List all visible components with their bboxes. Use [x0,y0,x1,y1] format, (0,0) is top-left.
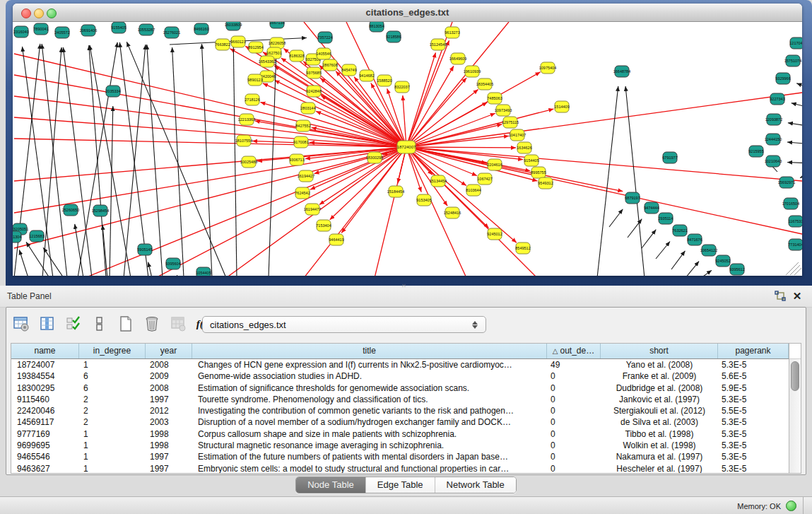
citation-edge-black[interactable] [597,86,618,276]
graph-node[interactable]: 8466160 [194,23,208,35]
graph-node[interactable]: 7663822 [215,39,230,50]
graph-node[interactable]: 1217044 [789,37,802,49]
citation-edge-black[interactable] [19,250,28,276]
graph-node[interactable]: 8186328 [289,50,304,62]
graph-node[interactable]: 12213363 [238,114,255,125]
graph-node[interactable]: 8912954 [248,42,263,53]
citation-edge-red[interactable] [406,40,449,147]
graph-node[interactable]: 12093872 [765,114,782,125]
cell-short[interactable]: Tibbo et al. (1998) [601,428,718,440]
cell-in_degree[interactable]: 6 [79,370,146,382]
column-header-in_degree[interactable]: in_degree [79,344,146,358]
cell-out_de[interactable]: 0 [547,416,601,428]
graph-node[interactable]: 16649609 [449,53,466,64]
graph-node[interactable]: 9153405 [416,194,431,206]
table-row[interactable]: 969969511998Structural magnetic resonanc… [11,440,789,451]
delete-column-icon[interactable] [143,315,161,333]
scrollbar-track[interactable] [789,359,801,473]
citation-edge-black[interactable] [609,209,623,227]
show-column-icon[interactable] [38,315,57,333]
graph-node[interactable]: 9227343 [770,93,784,105]
graph-node[interactable]: 8103644 [466,185,481,196]
citation-edge-black[interactable] [78,42,117,276]
graph-node[interactable]: 8471676 [687,234,702,245]
cell-pagerank[interactable]: 5.3E-5 [718,359,789,370]
delete-table-icon[interactable] [169,315,187,333]
graph-node[interactable]: 6791977 [662,152,677,163]
graph-node[interactable]: 7632621 [672,225,687,236]
graph-node[interactable]: 18300295 [366,152,383,163]
cell-name[interactable]: 18724007 [11,359,79,370]
citation-edge-black[interactable] [796,83,802,89]
graph-node[interactable]: 1054405 [196,267,211,276]
citation-edge-black[interactable] [701,270,712,276]
tab-node-table[interactable]: Node Table [296,477,366,493]
graph-node[interactable]: 8454749 [341,64,356,76]
cell-short[interactable]: Hescheler et al. (1997) [601,463,718,473]
cell-title[interactable]: Changes of HCN gene expression and I(f) … [192,359,547,370]
citation-edge-red[interactable] [406,22,509,147]
table-row[interactable]: 1830029562008Estimation of significance … [11,382,789,394]
canvas-resize-grip[interactable] [790,265,800,275]
graph-node[interactable]: 1215683 [29,230,44,242]
cell-in_degree[interactable]: 1 [79,440,146,451]
graph-node[interactable]: 15248416 [444,207,461,218]
close-panel-icon[interactable]: ✕ [791,290,804,303]
citation-edge-red[interactable] [403,95,406,147]
graph-node[interactable]: 2803144 [300,103,315,114]
cell-out_de[interactable]: 0 [547,382,601,394]
citation-edge-red[interactable] [275,80,406,147]
cell-pagerank[interactable]: 5.9E-5 [718,382,789,394]
graph-node[interactable]: 2204616 [487,159,502,170]
citation-edge-red[interactable] [406,93,802,147]
graph-node[interactable]: 19610939 [464,66,481,77]
graph-node[interactable]: 10975404 [539,62,556,74]
graph-node[interactable]: 9306713 [289,154,304,165]
graph-node[interactable]: 2316040 [13,26,28,37]
cell-title[interactable]: Structural magnetic resonance image aver… [192,440,547,451]
graph-node[interactable]: 8995755 [531,167,546,178]
column-header-title[interactable]: title [192,344,547,358]
cell-name[interactable]: 18300295 [11,382,79,394]
graph-node[interactable]: 9375685 [306,67,321,78]
cell-out_de[interactable]: 0 [547,394,601,405]
network-window-titlebar[interactable]: citations_edges.txt [13,4,802,22]
column-header-year[interactable]: year [146,344,192,358]
graph-node[interactable]: 10654122 [700,245,717,256]
graph-node[interactable]: 1667138 [269,22,284,28]
graph-node[interactable]: 15276021 [163,27,180,38]
citation-edge-red[interactable] [406,66,454,147]
graph-node[interactable]: 7485063 [487,93,502,104]
graph-node[interactable]: 9215955 [748,146,763,157]
graph-node[interactable]: 9154405 [524,155,539,166]
cell-title[interactable]: Embryonic stem cells: a model to study s… [192,463,547,473]
citation-edge-black[interactable] [671,251,685,269]
cell-year[interactable]: 2012 [146,405,192,416]
citation-edge-black[interactable] [110,106,113,276]
graph-node[interactable]: 16543362 [259,56,276,67]
graph-node[interactable]: 20691406 [80,25,97,36]
cell-pagerank[interactable]: 5.3E-5 [718,451,789,462]
graph-node[interactable]: 18724007 [397,141,416,153]
table-settings-icon[interactable] [12,315,30,333]
graph-node[interactable]: 12975115 [502,117,519,128]
graph-node[interactable]: 2718126 [245,94,259,105]
cell-pagerank[interactable]: 5.5E-5 [718,405,789,416]
cell-name[interactable]: 9465546 [11,451,79,462]
citation-edge-black[interactable] [788,123,802,127]
select-columns-icon[interactable] [64,315,83,333]
table-row[interactable]: 946362711997Embryonic stem cells: a mode… [11,463,789,473]
table-row[interactable]: 1872400712008Changes of HCN gene express… [11,359,789,370]
cell-short[interactable]: Stergiakouli et al. (2012) [601,405,718,416]
graph-node[interactable]: 8322037 [394,81,409,93]
graph-node[interactable]: 1067427 [477,173,492,185]
cell-short[interactable]: Jankovic et al. (1997) [601,394,718,405]
graph-node[interactable]: 9329966 [775,73,790,84]
graph-node[interactable]: 7357224 [317,32,332,43]
cell-in_degree[interactable]: 1 [79,463,146,473]
cell-title[interactable]: Corpus callosum shape and size in male p… [192,428,547,440]
cell-name[interactable]: 9777169 [11,428,79,440]
graph-node[interactable]: 17016504 [782,198,799,209]
cell-name[interactable]: 14569117 [11,416,79,428]
graph-node[interactable]: 10210643 [765,156,782,167]
